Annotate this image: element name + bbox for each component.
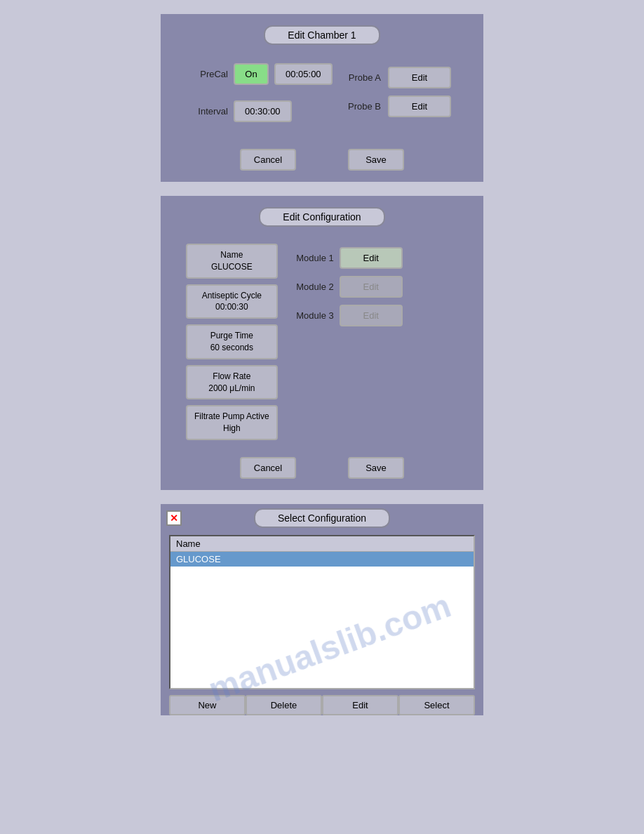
edit-config-panel: Edit Configuration Name GLUCOSE Antisept… <box>161 196 483 490</box>
precal-label: PreCal <box>186 69 228 79</box>
select-config-panel: ✕ Select Configuration Name GLUCOSE New … <box>161 504 483 715</box>
chamber-right-col: Probe A Edit Probe B Edit <box>342 67 451 117</box>
config-cancel-button[interactable]: Cancel <box>240 457 296 479</box>
probe-a-label: Probe A <box>342 72 381 83</box>
antiseptic-button[interactable]: Antiseptic Cycle 00:00:30 <box>186 284 278 319</box>
probe-a-edit-button[interactable]: Edit <box>388 67 451 88</box>
edit-button[interactable]: Edit <box>322 695 398 715</box>
module1-label: Module 1 <box>292 253 334 263</box>
config-save-button[interactable]: Save <box>348 457 404 479</box>
config-name-button[interactable]: Name GLUCOSE <box>186 244 278 279</box>
chamber-panel-buttons: Cancel Save <box>172 149 472 171</box>
filtrate-line2: High <box>223 423 241 433</box>
interval-time-button[interactable]: 00:30:00 <box>234 100 292 122</box>
precal-time-button[interactable]: 00:05:00 <box>274 63 333 85</box>
interval-label: Interval <box>186 106 228 117</box>
edit-chamber-panel: Edit Chamber 1 PreCal On 00:05:00 Interv… <box>161 14 483 182</box>
chamber-left-col: PreCal On 00:05:00 Interval 00:30:00 <box>186 63 333 131</box>
config-main-content: Name GLUCOSE Antiseptic Cycle 00:00:30 P… <box>172 238 472 446</box>
module3-edit-disabled: Edit <box>340 305 403 326</box>
chamber-cancel-button[interactable]: Cancel <box>240 149 296 171</box>
probe-a-row: Probe A Edit <box>342 67 451 88</box>
config-list-area: Name GLUCOSE <box>169 535 475 689</box>
select-button[interactable]: Select <box>398 695 475 715</box>
list-item-glucose[interactable]: GLUCOSE <box>170 552 474 567</box>
precal-on-button[interactable]: On <box>234 63 269 85</box>
chamber-main-content: PreCal On 00:05:00 Interval 00:30:00 Pro… <box>172 56 472 138</box>
filtrate-button[interactable]: Filtrate Pump Active High <box>186 405 278 440</box>
select-title-bar: ✕ Select Configuration <box>161 504 483 532</box>
interval-row: Interval 00:30:00 <box>186 100 333 122</box>
flowrate-line2: 2000 μL/min <box>208 383 255 393</box>
antiseptic-line1: Antiseptic Cycle <box>202 291 262 300</box>
config-panel-buttons: Cancel Save <box>172 457 472 479</box>
config-name-line2: GLUCOSE <box>211 262 253 272</box>
purge-line2: 60 seconds <box>210 343 253 352</box>
close-button[interactable]: ✕ <box>166 510 182 526</box>
antiseptic-line2: 00:00:30 <box>215 302 248 312</box>
module3-label: Module 3 <box>292 310 334 321</box>
config-name-line1: Name <box>220 250 243 260</box>
module1-edit-button[interactable]: Edit <box>340 247 403 269</box>
precal-row: PreCal On 00:05:00 <box>186 63 333 85</box>
close-icon: ✕ <box>170 513 178 523</box>
chamber-save-button[interactable]: Save <box>348 149 404 171</box>
filtrate-line1: Filtrate Pump Active <box>194 411 269 421</box>
config-panel-title: Edit Configuration <box>172 207 472 227</box>
purge-line1: Purge Time <box>210 331 253 340</box>
config-left-col: Name GLUCOSE Antiseptic Cycle 00:00:30 P… <box>186 244 278 440</box>
select-title-area: Select Configuration <box>168 508 476 528</box>
config-right-col: Module 1 Edit Module 2 Edit Module 3 Edi… <box>292 247 403 326</box>
new-button[interactable]: New <box>169 695 246 715</box>
delete-button[interactable]: Delete <box>246 695 322 715</box>
module2-label: Module 2 <box>292 282 334 292</box>
flow-rate-button[interactable]: Flow Rate 2000 μL/min <box>186 365 278 400</box>
select-panel-buttons: New Delete Edit Select <box>169 695 475 715</box>
chamber-panel-title: Edit Chamber 1 <box>172 25 472 45</box>
module2-row: Module 2 Edit <box>292 276 403 298</box>
module3-row: Module 3 Edit <box>292 305 403 326</box>
probe-b-edit-button[interactable]: Edit <box>388 95 451 117</box>
list-header: Name <box>170 536 474 552</box>
module1-row: Module 1 Edit <box>292 247 403 269</box>
probe-b-row: Probe B Edit <box>342 95 451 117</box>
config-title-text: Edit Configuration <box>259 207 384 227</box>
flowrate-line1: Flow Rate <box>213 371 250 381</box>
chamber-title-text: Edit Chamber 1 <box>264 25 380 45</box>
select-title-text: Select Configuration <box>254 508 390 528</box>
probe-b-label: Probe B <box>342 101 381 112</box>
module2-edit-disabled: Edit <box>340 276 403 298</box>
purge-time-button[interactable]: Purge Time 60 seconds <box>186 324 278 359</box>
